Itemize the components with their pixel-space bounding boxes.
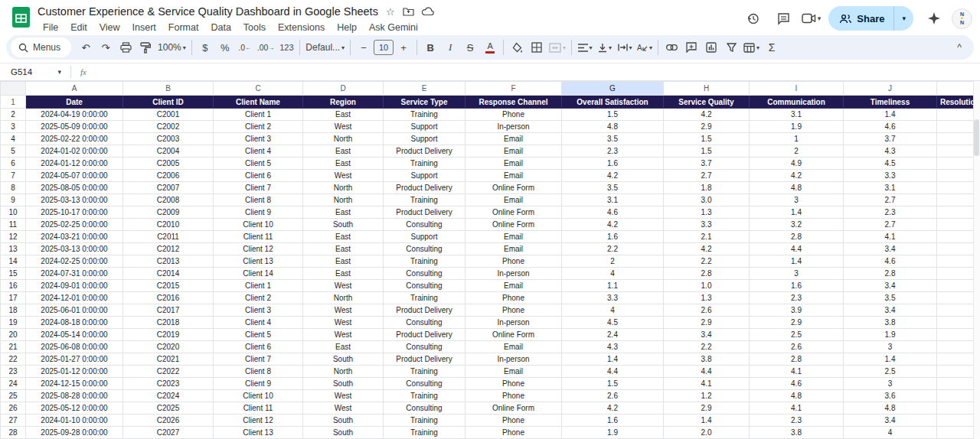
cell[interactable]: 3 xyxy=(844,378,937,390)
cell[interactable]: East xyxy=(303,109,384,121)
cell[interactable]: C2012 xyxy=(123,243,214,255)
cell[interactable]: West xyxy=(303,390,384,402)
cell[interactable]: North xyxy=(303,133,384,145)
cell[interactable]: 2024-05-14 0:00:00 xyxy=(26,329,123,341)
cell[interactable]: Client 8 xyxy=(214,366,303,378)
cell[interactable]: 2 xyxy=(562,255,664,268)
borders-button[interactable] xyxy=(527,37,547,57)
cell[interactable]: 4.1 xyxy=(844,231,937,243)
cell[interactable]: South xyxy=(303,353,384,366)
column-header-E[interactable]: E xyxy=(384,82,466,96)
cell[interactable]: 2025-02-25 0:00:00 xyxy=(26,219,123,231)
cell[interactable]: 4.2 xyxy=(562,402,664,415)
cell[interactable]: 3 xyxy=(750,194,844,206)
cell[interactable]: 3.1 xyxy=(750,109,844,121)
cell[interactable]: Product Delivery xyxy=(384,329,466,341)
menu-view[interactable]: View xyxy=(94,21,126,34)
cell[interactable]: C2019 xyxy=(123,329,214,341)
cell[interactable]: 3.5 xyxy=(562,182,664,194)
cell[interactable]: 1.2 xyxy=(664,390,750,402)
row-header-10[interactable]: 10 xyxy=(1,206,26,219)
cell[interactable]: 4.3 xyxy=(844,145,937,158)
row-header-1[interactable]: 1 xyxy=(1,96,26,109)
cell[interactable]: 2.6 xyxy=(664,304,750,317)
cell[interactable]: 1.5 xyxy=(562,109,664,121)
cell[interactable]: 3.4 xyxy=(844,304,937,317)
cell[interactable]: 1.3 xyxy=(664,206,750,219)
sheet-header-cell[interactable]: Date xyxy=(26,96,123,109)
format-percent-button[interactable]: % xyxy=(215,37,235,57)
gemini-sparkle-icon[interactable] xyxy=(921,7,947,30)
cell[interactable]: 1.8 xyxy=(664,182,750,194)
cell[interactable]: Email xyxy=(466,341,562,353)
cell[interactable]: Phone xyxy=(466,427,562,439)
cell[interactable]: Training xyxy=(384,292,466,304)
cloud-status-icon[interactable] xyxy=(422,7,434,16)
cell[interactable] xyxy=(937,231,974,243)
cell[interactable]: 1.1 xyxy=(562,280,664,292)
row-header-7[interactable]: 7 xyxy=(1,170,26,182)
cell[interactable]: C2008 xyxy=(123,194,214,206)
cell[interactable]: 3.4 xyxy=(844,243,937,255)
column-header-J[interactable]: J xyxy=(844,82,937,96)
share-button[interactable]: Share ▾ xyxy=(828,6,913,31)
cell[interactable] xyxy=(937,243,974,255)
cell[interactable]: Client 5 xyxy=(214,329,303,341)
column-header-B[interactable]: B xyxy=(123,82,214,96)
cell[interactable]: 2.9 xyxy=(750,317,844,329)
cell[interactable]: C2024 xyxy=(123,390,214,402)
move-to-folder-icon[interactable] xyxy=(403,7,414,16)
cell[interactable]: 3.3 xyxy=(844,170,937,182)
insert-chart-button[interactable] xyxy=(701,37,721,57)
cell[interactable]: C2022 xyxy=(123,366,214,378)
cell[interactable]: 3.6 xyxy=(844,390,937,402)
cell[interactable]: 2025-05-12 0:00:00 xyxy=(26,402,123,415)
cell[interactable]: Product Delivery xyxy=(384,304,466,317)
cell[interactable]: Email xyxy=(466,366,562,378)
cell[interactable]: 2025-06-01 0:00:00 xyxy=(26,304,123,317)
account-avatar[interactable]: N ✦ N xyxy=(952,8,972,29)
row-header-12[interactable]: 12 xyxy=(1,231,26,243)
cell[interactable] xyxy=(937,304,974,317)
cell[interactable]: 2025-03-13 0:00:00 xyxy=(26,243,123,255)
column-header-A[interactable]: A xyxy=(26,82,123,96)
cell[interactable]: Client 9 xyxy=(214,378,303,390)
cell[interactable]: Client 11 xyxy=(214,231,303,243)
cell[interactable]: Training xyxy=(384,415,466,427)
cell[interactable] xyxy=(937,317,974,329)
row-header-13[interactable]: 13 xyxy=(1,243,26,255)
select-all-corner[interactable] xyxy=(1,82,26,96)
row-header-16[interactable]: 16 xyxy=(1,280,26,292)
cell[interactable]: Phone xyxy=(466,378,562,390)
cell[interactable]: North xyxy=(303,292,384,304)
cell[interactable]: C2011 xyxy=(123,231,214,243)
cell[interactable]: C2023 xyxy=(123,378,214,390)
share-dropdown-caret-icon[interactable]: ▾ xyxy=(894,15,913,22)
cell[interactable]: South xyxy=(303,415,384,427)
cell[interactable] xyxy=(937,415,974,427)
cell[interactable]: 4.6 xyxy=(750,378,844,390)
cell[interactable]: North xyxy=(303,194,384,206)
sheet-header-cell[interactable]: Service Type xyxy=(384,96,466,109)
cell[interactable] xyxy=(937,219,974,231)
column-header-F[interactable]: F xyxy=(466,82,562,96)
cell[interactable]: In-person xyxy=(466,268,562,280)
cell[interactable]: Client 1 xyxy=(214,280,303,292)
cell[interactable]: Email xyxy=(466,145,562,158)
cell[interactable]: North xyxy=(303,366,384,378)
cell[interactable]: 3.3 xyxy=(664,219,750,231)
cell[interactable]: 3.8 xyxy=(750,427,844,439)
decrease-font-size-button[interactable]: − xyxy=(354,37,374,57)
cell[interactable] xyxy=(937,402,974,415)
cell[interactable]: 2.7 xyxy=(664,170,750,182)
name-box[interactable]: G514 ▾ xyxy=(0,67,66,76)
cell[interactable]: 1.9 xyxy=(844,329,937,341)
cell[interactable]: Client 7 xyxy=(214,182,303,194)
cell[interactable]: 2025-03-13 0:00:00 xyxy=(26,194,123,206)
cell[interactable]: Online Form xyxy=(466,182,562,194)
cell[interactable]: West xyxy=(303,317,384,329)
create-filter-button[interactable] xyxy=(721,37,741,57)
sheet-header-cell[interactable]: Client ID xyxy=(123,96,214,109)
cell[interactable]: 4 xyxy=(562,268,664,280)
row-header-18[interactable]: 18 xyxy=(1,304,26,317)
